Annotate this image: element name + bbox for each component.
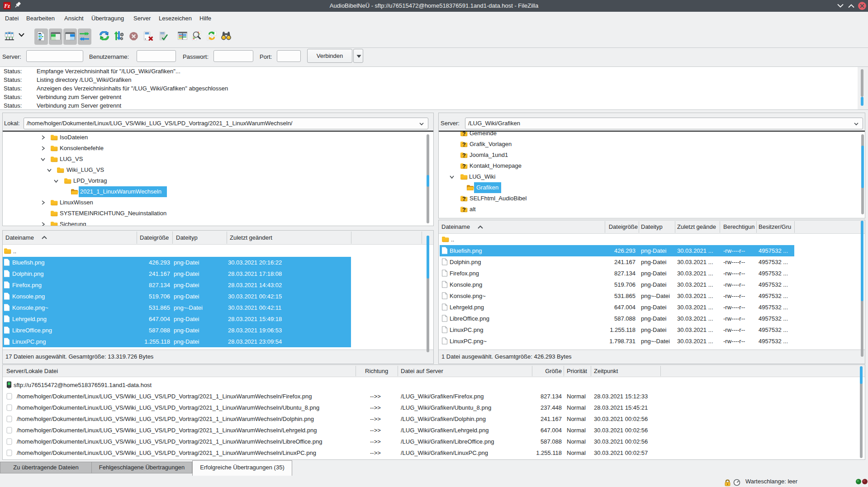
svg-text:Fz: Fz bbox=[4, 3, 10, 9]
